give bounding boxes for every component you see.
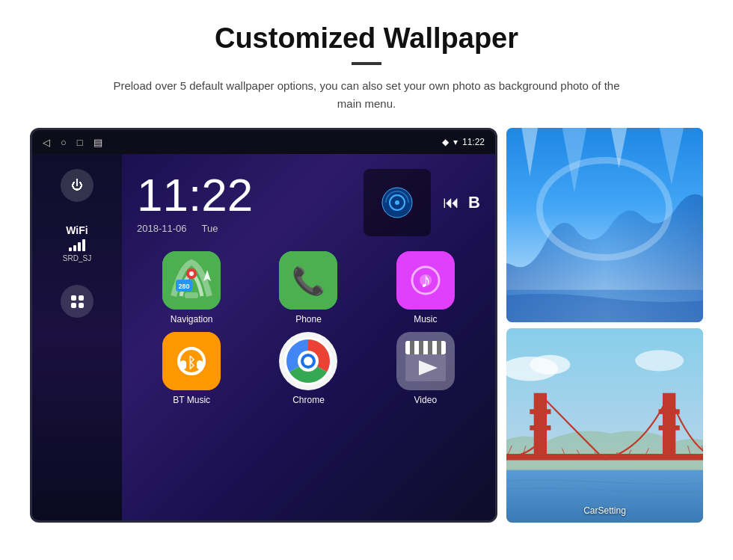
grid-dot: [71, 295, 76, 301]
app-item-btmusic[interactable]: ᛒ BT Music: [137, 332, 246, 405]
btmusic-app-icon: ᛒ: [162, 332, 221, 390]
device-mockup: ◁ ○ □ ▤ ◆ ▾ 11:22 ⏻: [30, 128, 497, 523]
svg-text:📞: 📞: [292, 265, 325, 297]
svg-point-39: [635, 350, 684, 371]
phone-app-icon: 📞: [279, 251, 337, 310]
grid-dot: [71, 303, 76, 308]
svg-rect-27: [410, 341, 414, 354]
recents-icon[interactable]: □: [77, 137, 83, 148]
wallpaper-panel-bridge[interactable]: CarSetting: [506, 328, 703, 523]
svg-rect-30: [437, 341, 441, 354]
bridge-svg: [506, 328, 703, 523]
grid-dot: [79, 295, 84, 301]
wallpaper-panels: CarSetting: [506, 128, 703, 523]
chrome-app-icon: [279, 332, 337, 390]
music-app-label: Music: [414, 314, 437, 324]
status-time: 11:22: [462, 137, 485, 147]
screenshot-icon[interactable]: ▤: [93, 137, 102, 148]
svg-rect-47: [659, 425, 680, 431]
location-icon: ◆: [442, 137, 449, 147]
device-main-screen: 11:22 2018-11-06 Tue: [122, 154, 495, 520]
app-item-video[interactable]: Video: [371, 332, 480, 405]
app-item-chrome[interactable]: Chrome: [254, 332, 363, 405]
status-right: ◆ ▾ 11:22: [442, 137, 485, 147]
page-subtitle: Preload over 5 default wallpaper options…: [105, 77, 628, 113]
media-controls: ⏮ B: [364, 169, 480, 236]
wifi-icon: ▾: [453, 137, 458, 147]
power-button[interactable]: ⏻: [61, 169, 93, 202]
wifi-bar-3: [78, 242, 81, 251]
apps-grid-button[interactable]: [61, 285, 93, 318]
svg-point-38: [530, 355, 570, 375]
btmusic-app-label: BT Music: [173, 395, 210, 405]
app-item-navigation[interactable]: 280 Navigation: [137, 251, 246, 324]
clock-section: 11:22 2018-11-06 Tue: [122, 154, 495, 244]
app-item-phone[interactable]: 📞 Phone: [254, 251, 363, 324]
wifi-label: WiFi: [63, 224, 91, 236]
app-grid: 280 Navigation: [122, 244, 495, 420]
clock-info: 11:22 2018-11-06 Tue: [137, 172, 349, 234]
prev-track-icon[interactable]: ⏮: [443, 193, 459, 212]
chrome-app-label: Chrome: [292, 395, 325, 405]
svg-rect-28: [419, 341, 423, 354]
carsetting-overlay: CarSetting: [506, 503, 703, 517]
svg-rect-17: [180, 360, 186, 369]
video-app-icon: [396, 332, 455, 390]
clock-date-row: 2018-11-06 Tue: [137, 223, 349, 234]
clock-date: 2018-11-06: [137, 223, 187, 234]
bluetooth-label: B: [468, 193, 480, 212]
status-left: ◁ ○ □ ▤: [43, 137, 102, 148]
btmusic-icon-svg: ᛒ: [162, 332, 221, 390]
device-body: ⏻ WiFi SRD_SJ: [32, 154, 495, 520]
phone-app-label: Phone: [295, 314, 322, 324]
ice-cave-svg: [506, 128, 703, 322]
svg-rect-4: [185, 292, 198, 298]
navigation-app-icon: 280: [162, 251, 221, 310]
chrome-icon-svg: [279, 332, 337, 390]
music-icon-svg: ♪: [396, 251, 455, 310]
media-widget[interactable]: [364, 169, 431, 236]
video-icon-svg: [396, 332, 455, 390]
status-bar: ◁ ○ □ ▤ ◆ ▾ 11:22: [32, 130, 495, 154]
clock-day: Tue: [202, 223, 218, 234]
phone-icon-svg: 📞: [279, 251, 337, 310]
navigation-app-label: Navigation: [171, 314, 213, 324]
svg-rect-18: [197, 360, 203, 369]
wifi-bars: [63, 239, 91, 251]
music-app-icon: ♪: [396, 251, 455, 310]
device-sidebar: ⏻ WiFi SRD_SJ: [32, 154, 122, 520]
page-title: Customized Wallpaper: [30, 22, 703, 55]
wifi-ssid: SRD_SJ: [63, 254, 91, 262]
svg-rect-43: [530, 409, 550, 414]
home-icon[interactable]: ○: [61, 137, 67, 148]
video-app-label: Video: [414, 395, 437, 405]
navigation-icon-svg: 280: [162, 251, 221, 310]
svg-rect-29: [428, 341, 432, 354]
svg-text:280: 280: [179, 283, 190, 290]
grid-dot: [79, 303, 84, 308]
clock-display: 11:22: [137, 172, 349, 218]
wifi-bar-1: [69, 247, 72, 251]
grid-icon: [71, 295, 84, 308]
svg-point-24: [304, 357, 313, 366]
playback-controls: ⏮ B: [443, 193, 480, 212]
title-divider: [352, 62, 381, 65]
wallpaper-panel-ice-cave[interactable]: [506, 128, 703, 322]
wifi-bar-4: [82, 239, 85, 251]
back-icon[interactable]: ◁: [43, 137, 50, 148]
svg-text:♪: ♪: [420, 268, 431, 292]
app-item-music[interactable]: ♪ Music: [371, 251, 480, 324]
wifi-widget: WiFi SRD_SJ: [63, 224, 91, 262]
svg-point-6: [189, 271, 194, 276]
wifi-bar-2: [73, 245, 76, 251]
radio-icon: [380, 185, 414, 220]
svg-text:ᛒ: ᛒ: [187, 354, 196, 371]
content-area: ◁ ○ □ ▤ ◆ ▾ 11:22 ⏻: [30, 128, 703, 523]
page-wrapper: Customized Wallpaper Preload over 5 defa…: [0, 0, 733, 538]
svg-rect-44: [530, 425, 550, 431]
svg-point-2: [395, 200, 399, 205]
header-section: Customized Wallpaper Preload over 5 defa…: [30, 22, 703, 113]
power-icon: ⏻: [71, 179, 83, 192]
carsetting-label: CarSetting: [583, 505, 626, 516]
